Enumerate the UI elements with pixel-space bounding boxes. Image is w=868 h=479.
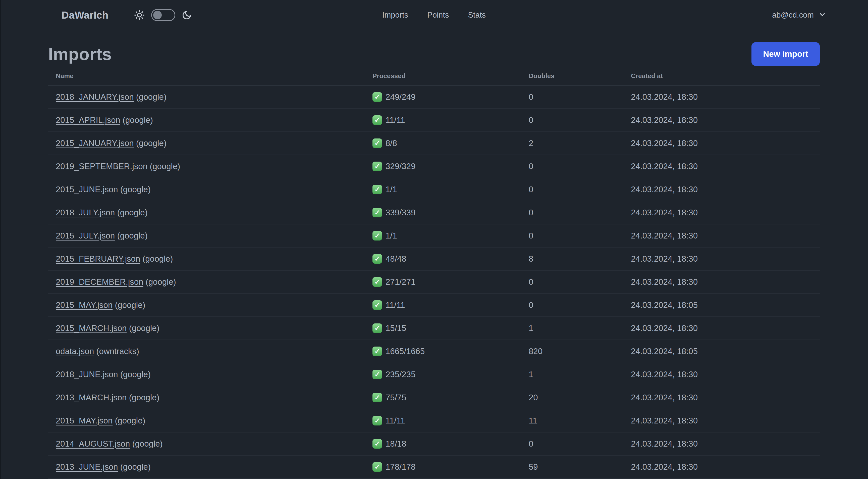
import-file-link[interactable]: 2015_FEBRUARY.json [56,254,140,263]
import-file-link[interactable]: 2015_JULY.json [56,231,115,240]
processed-cell: 235/235 [372,370,529,379]
created-at-cell: 24.03.2024, 18:30 [631,231,820,240]
nav-link-points[interactable]: Points [427,10,449,20]
success-check-icon [372,370,382,379]
table-row: 2018_JULY.json (google) 339/339 0 24.03.… [48,201,820,224]
import-file-link[interactable]: 2014_AUGUST.json [56,439,130,448]
window-edge [0,0,1,479]
created-at-cell: 24.03.2024, 18:30 [631,416,820,425]
doubles-cell: 59 [529,462,631,472]
import-name-cell: 2015_FEBRUARY.json (google) [56,254,372,264]
processed-count: 75/75 [385,393,406,402]
top-navbar: DaWarIch [0,0,868,30]
import-file-link[interactable]: 2019_DECEMBER.json [56,277,144,287]
doubles-cell: 0 [529,300,631,310]
account-menu[interactable]: ab@cd.com [772,10,826,20]
success-check-icon [372,347,382,356]
import-source: (google) [120,115,153,125]
processed-count: 329/329 [385,161,415,171]
import-name-cell: 2015_JUNE.json (google) [56,185,372,194]
nav-link-imports[interactable]: Imports [382,10,408,20]
import-file-link[interactable]: 2015_MAY.json [56,300,113,310]
doubles-cell: 820 [529,347,631,356]
account-email: ab@cd.com [772,10,814,20]
import-source: (google) [148,161,180,171]
import-file-link[interactable]: 2015_APRIL.json [56,115,120,125]
success-check-icon [372,324,382,333]
processed-count: 1665/1665 [385,347,425,356]
nav-link-stats[interactable]: Stats [468,10,486,20]
processed-cell: 11/11 [372,115,529,125]
doubles-cell: 2 [529,139,631,148]
success-check-icon [372,231,382,240]
import-name-cell: 2014_AUGUST.json (google) [56,439,372,449]
processed-cell: 11/11 [372,300,529,310]
processed-cell: 75/75 [372,393,529,402]
doubles-cell: 0 [529,115,631,125]
success-check-icon [372,161,382,171]
import-source: (google) [127,393,159,402]
created-at-cell: 24.03.2024, 18:30 [631,161,820,171]
table-row: 2013_JUNE.json (google) 178/178 59 24.03… [48,456,820,479]
import-name-cell: 2018_JULY.json (google) [56,208,372,217]
import-file-link[interactable]: 2018_JUNE.json [56,370,118,379]
processed-count: 11/11 [385,416,405,425]
import-file-link[interactable]: 2015_MAY.json [56,416,113,425]
success-check-icon [372,185,382,194]
processed-cell: 339/339 [372,208,529,217]
doubles-cell: 11 [529,416,631,425]
created-at-cell: 24.03.2024, 18:30 [631,254,820,264]
created-at-cell: 24.03.2024, 18:30 [631,92,820,102]
main-nav: Imports Points Stats [382,10,486,20]
import-source: (google) [130,439,162,448]
created-at-cell: 24.03.2024, 18:30 [631,208,820,217]
processed-cell: 1/1 [372,185,529,194]
import-file-link[interactable]: 2018_JANUARY.json [56,92,134,101]
import-source: (google) [115,208,148,217]
import-name-cell: 2015_MARCH.json (google) [56,324,372,333]
app-logo[interactable]: DaWarIch [62,9,108,21]
created-at-cell: 24.03.2024, 18:30 [631,393,820,402]
import-source: (google) [115,231,148,240]
table-body: 2018_JANUARY.json (google) 249/249 0 24.… [48,86,820,479]
table-row: 2015_FEBRUARY.json (google) 48/48 8 24.0… [48,247,820,271]
column-header-processed: Processed [372,72,529,80]
processed-count: 271/271 [385,277,415,287]
import-file-link[interactable]: 2015_MARCH.json [56,324,127,333]
import-file-link[interactable]: 2013_JUNE.json [56,462,118,472]
moon-icon [181,9,192,21]
table-row: 2015_MARCH.json (google) 15/15 1 24.03.2… [48,317,820,340]
table-header-row: Name Processed Doubles Created at [48,67,820,86]
created-at-cell: 24.03.2024, 18:30 [631,462,820,472]
processed-cell: 178/178 [372,462,529,472]
processed-cell: 48/48 [372,254,529,264]
created-at-cell: 24.03.2024, 18:30 [631,324,820,333]
import-source: (owntracks) [94,347,139,356]
new-import-button[interactable]: New import [751,42,820,66]
doubles-cell: 0 [529,277,631,287]
created-at-cell: 24.03.2024, 18:30 [631,139,820,148]
import-file-link[interactable]: 2015_JUNE.json [56,185,118,194]
success-check-icon [372,462,382,472]
import-name-cell: 2015_APRIL.json (google) [56,115,372,125]
import-file-link[interactable]: 2018_JULY.json [56,208,115,217]
import-file-link[interactable]: odata.json [56,347,94,356]
import-file-link[interactable]: 2015_JANUARY.json [56,139,134,148]
theme-toggle-switch[interactable] [151,9,175,21]
processed-cell: 271/271 [372,277,529,287]
table-row: 2015_JANUARY.json (google) 8/8 2 24.03.2… [48,132,820,155]
doubles-cell: 0 [529,161,631,171]
import-file-link[interactable]: 2013_MARCH.json [56,393,127,402]
import-name-cell: 2019_SEPTEMBER.json (google) [56,161,372,171]
import-name-cell: 2019_DECEMBER.json (google) [56,277,372,287]
created-at-cell: 24.03.2024, 18:30 [631,439,820,449]
processed-count: 15/15 [385,324,406,333]
success-check-icon [372,92,382,102]
processed-count: 48/48 [385,254,406,264]
chevron-down-icon [818,10,826,20]
toggle-knob [153,11,162,19]
processed-count: 11/11 [385,300,405,310]
import-file-link[interactable]: 2019_SEPTEMBER.json [56,161,148,171]
success-check-icon [372,300,382,310]
doubles-cell: 0 [529,231,631,240]
